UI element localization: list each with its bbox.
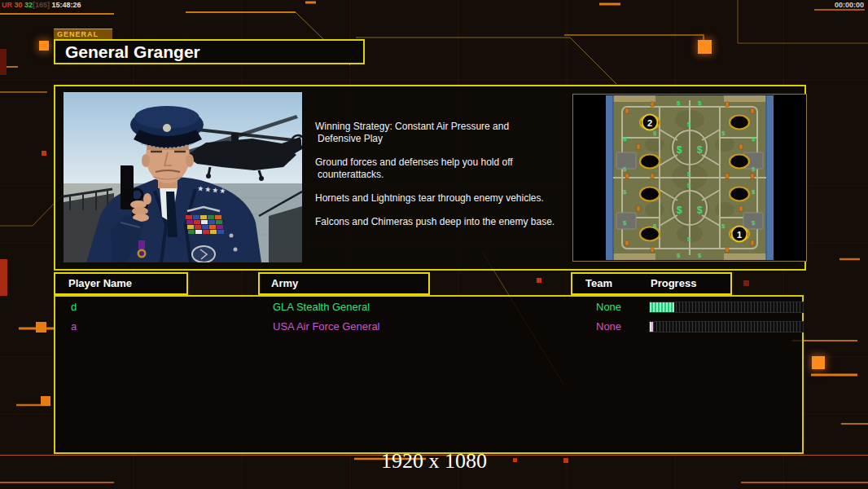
general-title-box: General Granger xyxy=(54,39,365,64)
svg-text:$: $ xyxy=(697,144,703,156)
player-team: None xyxy=(596,301,621,313)
svg-text:$: $ xyxy=(752,188,756,196)
decor-square xyxy=(698,40,712,54)
strategy-paragraph: Falcons and Chimeras push deep into the … xyxy=(315,216,568,228)
page-title: General Granger xyxy=(65,42,200,61)
strategy-line: Ground forces and defenses help you hold… xyxy=(315,156,513,168)
debug-ur: UR xyxy=(2,1,12,9)
player-army: USA Air Force General xyxy=(273,320,380,333)
svg-text:$: $ xyxy=(653,130,657,137)
strategy-line: counterattacks. xyxy=(315,169,384,180)
svg-text:$: $ xyxy=(698,99,702,107)
svg-text:$: $ xyxy=(687,182,691,189)
decor-square xyxy=(41,396,50,406)
badge-2-label: 2 xyxy=(647,118,652,128)
player-name: d xyxy=(71,301,77,313)
debug-fps2: 32 xyxy=(24,1,33,9)
svg-text:$: $ xyxy=(677,205,682,216)
header-label: Army xyxy=(271,277,298,289)
svg-text:$: $ xyxy=(721,222,726,230)
decor-square xyxy=(812,356,825,369)
column-header-team-progress: Team Progress xyxy=(571,272,732,295)
svg-text:$: $ xyxy=(677,144,682,156)
decor-square xyxy=(537,278,541,283)
debug-clock: 15:48:26 xyxy=(52,1,81,9)
load-progress-bar xyxy=(650,302,803,312)
badge-1-label: 1 xyxy=(737,230,742,240)
svg-text:$: $ xyxy=(677,252,681,259)
strategy-line: Winning Strategy: Constant Air Pressure … xyxy=(315,121,509,132)
player-team: None xyxy=(596,320,621,333)
strategy-line: Falcons and Chimeras push deep into the … xyxy=(315,216,555,227)
decor-edge-strip xyxy=(0,259,7,296)
decor-square xyxy=(36,322,46,333)
player-army: GLA Stealth General xyxy=(273,301,370,313)
player-list-panel: d GLA Stealth General None a USA Air For… xyxy=(54,295,804,454)
strategy-paragraph: Winning Strategy: Constant Air Pressure … xyxy=(315,121,568,145)
strategy-text: Winning Strategy: Constant Air Pressure … xyxy=(315,121,568,240)
svg-text:$: $ xyxy=(623,165,627,173)
map-preview-image: $$ $$ $$ $$ $$ $$ $$ $$ $$ $$ $$ $$ 2 1 xyxy=(606,95,774,260)
player-name: a xyxy=(71,320,77,333)
svg-text:$: $ xyxy=(698,252,702,259)
loading-screen: UR 30 32[165] 15:48:26 00:00:00 GENERAL … xyxy=(0,0,868,489)
decor-edge-strip xyxy=(0,49,7,75)
load-progress-fill xyxy=(650,322,653,332)
svg-text:$: $ xyxy=(687,236,691,243)
svg-text:$: $ xyxy=(752,165,756,173)
column-header-player-name: Player Name xyxy=(54,272,188,295)
strategy-line: Hornets and Lightnings tear through enem… xyxy=(315,192,544,204)
svg-text:$: $ xyxy=(677,99,681,107)
header-label-team: Team xyxy=(585,274,612,293)
header-label-progress: Progress xyxy=(651,274,696,293)
svg-text:$: $ xyxy=(687,121,691,128)
player-row: d GLA Stealth General None xyxy=(55,301,802,314)
debug-bracket: [165] xyxy=(33,1,50,9)
strategy-paragraph: Ground forces and defenses help you hold… xyxy=(315,156,568,181)
decor-square xyxy=(39,41,49,51)
decor-square xyxy=(743,280,749,286)
tab-general[interactable]: GENERAL xyxy=(54,29,112,40)
strategy-line: Defensive Play xyxy=(315,133,383,144)
svg-text:$: $ xyxy=(623,219,627,227)
debug-overlay: UR 30 32[165] 15:48:26 xyxy=(2,1,81,9)
resolution-label: 1920 x 1080 xyxy=(0,449,868,474)
start-position-badge-1: 1 xyxy=(732,227,747,242)
load-progress-bar xyxy=(650,322,803,332)
player-row: a USA Air Force General None xyxy=(55,320,802,333)
svg-text:$: $ xyxy=(623,188,627,196)
start-position-badge-2: 2 xyxy=(642,115,658,130)
strategy-paragraph: Hornets and Lightnings tear through enem… xyxy=(315,192,568,205)
column-header-army: Army xyxy=(258,272,430,295)
debug-fps: 30 xyxy=(15,1,23,9)
svg-text:$: $ xyxy=(752,135,756,143)
svg-text:$: $ xyxy=(752,219,756,227)
svg-text:$: $ xyxy=(623,135,627,143)
map-preview: $$ $$ $$ $$ $$ $$ $$ $$ $$ $$ $$ $$ 2 1 xyxy=(572,94,807,262)
svg-text:$: $ xyxy=(721,130,726,137)
match-timer: 00:00:00 xyxy=(835,1,864,9)
general-portrait: ★★★★ xyxy=(64,92,302,262)
decor-square xyxy=(42,151,46,156)
svg-text:$: $ xyxy=(697,205,703,216)
svg-text:$: $ xyxy=(687,170,691,178)
load-progress-fill xyxy=(650,302,674,312)
svg-text:$: $ xyxy=(653,222,657,230)
header-label: Player Name xyxy=(68,277,132,289)
